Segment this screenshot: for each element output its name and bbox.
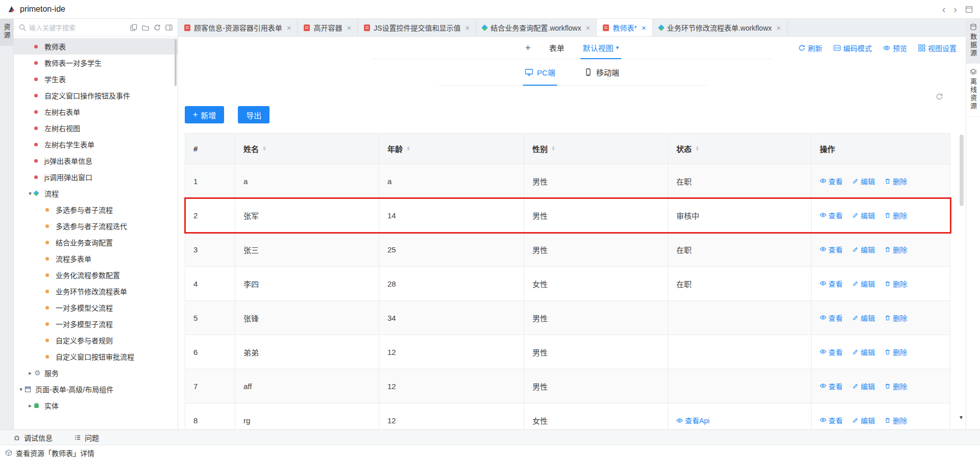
table-column-header[interactable]: 状态 ▲ ▼	[668, 134, 812, 164]
tree-item[interactable]: 服务	[14, 365, 178, 381]
editor-tab[interactable]: 教师表* ×	[597, 19, 652, 36]
table-column-header[interactable]: 姓名 ▲ ▼	[235, 134, 379, 164]
editor-tab[interactable]: 业务环节修改流程表单.workflowx ×	[653, 19, 788, 36]
edit-action-link[interactable]: 编辑	[852, 176, 875, 186]
tree-item[interactable]: 自定义窗口按钮审批流程	[14, 348, 178, 365]
table-row[interactable]: 6 弟弟 12 男性	[185, 335, 950, 369]
sidebar-scrollbar-thumb[interactable]	[175, 39, 177, 86]
new-folder-icon[interactable]	[142, 24, 149, 31]
tree-item[interactable]: 左树右学生表单	[14, 136, 178, 152]
table-row[interactable]: 4 李四 28 女性 在职	[185, 267, 950, 301]
problems-button[interactable]: 问题	[74, 432, 99, 443]
view-action-link[interactable]: 查看	[820, 176, 843, 186]
tree-caret-icon[interactable]	[17, 386, 25, 393]
nav-back-icon[interactable]: ‹	[942, 4, 946, 14]
delete-action-link[interactable]: 删除	[885, 313, 907, 323]
view-tab[interactable]: 表单	[549, 37, 565, 59]
editor-tab[interactable]: JS设置控件提交值和显示值 ×	[358, 19, 476, 36]
view-action-link[interactable]: 查看	[820, 278, 843, 289]
tab-close-icon[interactable]: ×	[642, 23, 646, 32]
right-rail-tab-offline[interactable]: 离线资源	[966, 64, 980, 117]
table-row[interactable]: 3 张三 25 男性 在职	[185, 233, 950, 267]
view-action-link[interactable]: 查看	[820, 381, 843, 391]
edit-action-link[interactable]: 编辑	[852, 415, 875, 425]
tree-item[interactable]: 教师表一对多学生	[14, 55, 178, 71]
batch-new-icon[interactable]	[130, 24, 137, 31]
table-column-header[interactable]: 年龄 ▲ ▼	[379, 134, 524, 164]
tab-pc[interactable]: PC端	[525, 59, 555, 85]
view-api-link[interactable]: 查看Api	[676, 415, 709, 425]
tree-item[interactable]: 左树右表单	[14, 104, 178, 120]
table-row[interactable]: 7 aff 12 男性	[185, 369, 950, 403]
tree-item[interactable]: 业务化流程参数配置	[14, 267, 178, 283]
left-rail-tab-resources[interactable]: 资源	[0, 19, 13, 46]
table-column-header[interactable]: 性别 ▲ ▼	[524, 134, 668, 164]
view-action-link[interactable]: 查看	[820, 313, 843, 323]
delete-action-link[interactable]: 删除	[885, 244, 907, 254]
tree-item[interactable]: 业务环节修改流程表单	[14, 283, 178, 299]
window-layout-icon[interactable]	[965, 6, 973, 13]
tree-item[interactable]: 一对多模型子流程	[14, 316, 178, 332]
tree-item[interactable]: 自定义窗口操作按钮及事件	[14, 87, 178, 104]
refresh-view-button[interactable]: 刷新	[798, 43, 822, 53]
export-button[interactable]: 导出	[238, 106, 270, 123]
delete-action-link[interactable]: 删除	[885, 381, 907, 391]
table-row[interactable]: 5 张锋 34 男性	[185, 301, 950, 335]
tab-close-icon[interactable]: ×	[776, 23, 781, 32]
tree-item[interactable]: 多选参与者子流程	[14, 201, 178, 218]
delete-action-link[interactable]: 删除	[885, 278, 907, 289]
panel-toggle-icon[interactable]	[165, 24, 173, 31]
code-mode-button[interactable]: 编码模式	[834, 43, 872, 53]
editor-tab[interactable]: 结合业务查询配置.workflowx ×	[476, 19, 597, 36]
sort-icons[interactable]: ▲ ▼	[551, 146, 555, 151]
tree-caret-icon[interactable]	[26, 370, 34, 376]
tree-item[interactable]: 左树右视图	[14, 120, 178, 136]
sort-icons[interactable]: ▲ ▼	[406, 146, 410, 151]
edit-action-link[interactable]: 编辑	[852, 278, 875, 289]
debug-info-button[interactable]: 调试信息	[13, 432, 53, 443]
tree-item[interactable]: 自定义参与者规则	[14, 332, 178, 348]
view-action-link[interactable]: 查看	[820, 415, 843, 425]
delete-action-link[interactable]: 删除	[885, 210, 907, 220]
view-action-link[interactable]: 查看	[820, 347, 843, 357]
table-row[interactable]: 8 rg 12 女性 查看Api	[185, 403, 950, 430]
view-action-link[interactable]: 查看	[820, 244, 843, 254]
tree-item[interactable]: 流程多表单	[14, 250, 178, 267]
nav-forward-icon[interactable]: ›	[953, 4, 957, 14]
edit-action-link[interactable]: 编辑	[852, 381, 875, 391]
delete-action-link[interactable]: 删除	[885, 347, 907, 357]
add-button[interactable]: + 新增	[185, 106, 224, 123]
view-action-link[interactable]: 查看	[820, 210, 843, 220]
edit-action-link[interactable]: 编辑	[852, 347, 875, 357]
view-tab[interactable]: 默认视图 ▾	[583, 37, 619, 59]
table-row[interactable]: 1 a a 男性 在职	[185, 164, 950, 198]
refresh-icon[interactable]	[154, 24, 161, 31]
table-row[interactable]: 2 张军 14 男性 审核中	[185, 198, 950, 233]
tree-item[interactable]: 教师表	[14, 38, 178, 55]
scrollbar-thumb[interactable]	[960, 135, 964, 206]
tree-item[interactable]: js调用弹出窗口	[14, 169, 178, 185]
tree-item[interactable]: 多选参与者子流程迭代	[14, 218, 178, 234]
editor-tab[interactable]: 顾客信息-资源容器引用表单 ×	[178, 19, 298, 36]
tree-item[interactable]: 流程	[14, 185, 178, 201]
editor-tab[interactable]: 高开容器 ×	[298, 19, 358, 36]
tree-item[interactable]: 一对多模型父流程	[14, 299, 178, 316]
tab-close-icon[interactable]: ×	[586, 23, 591, 32]
tab-close-icon[interactable]: ×	[287, 23, 291, 32]
sort-icons[interactable]: ▲ ▼	[262, 146, 266, 151]
tab-close-icon[interactable]: ×	[465, 23, 470, 32]
add-view-button[interactable]: +	[525, 42, 531, 54]
tree-item[interactable]: 学生表	[14, 71, 178, 87]
tree-item[interactable]: 实体	[14, 397, 178, 414]
edit-action-link[interactable]: 编辑	[852, 313, 875, 323]
search-input[interactable]	[29, 24, 127, 32]
edit-action-link[interactable]: 编辑	[852, 244, 875, 254]
edit-action-link[interactable]: 编辑	[852, 210, 875, 220]
delete-action-link[interactable]: 删除	[885, 415, 907, 425]
tab-mobile[interactable]: 移动端	[585, 59, 619, 85]
sort-icons[interactable]: ▲ ▼	[695, 146, 699, 151]
tree-caret-icon[interactable]	[26, 402, 34, 409]
scroll-down-arrow[interactable]: ▼	[958, 415, 964, 420]
view-settings-button[interactable]: 视图设置	[918, 43, 957, 53]
preview-button[interactable]: 预览	[883, 43, 907, 53]
